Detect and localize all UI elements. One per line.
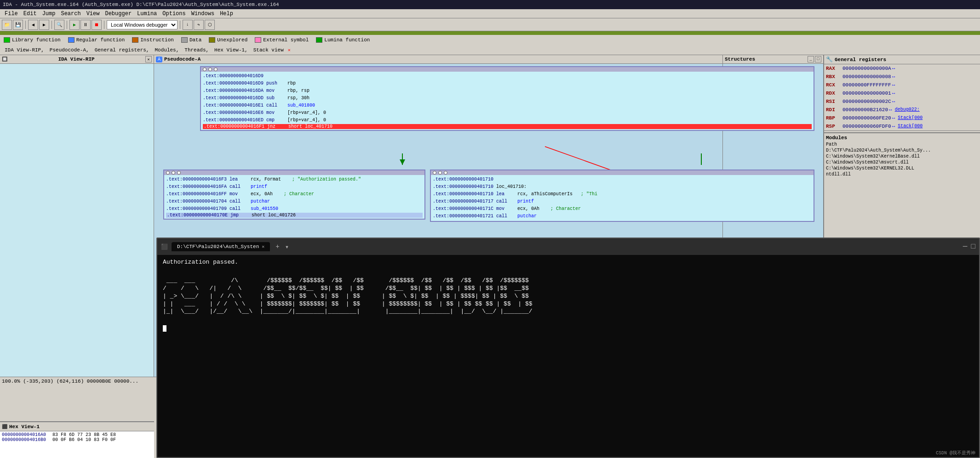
rb-line-2: .text:0000000000401710 loc_401710: [433, 183, 812, 191]
legend-unexplored-label: Unexplored [217, 37, 247, 43]
menu-debugger[interactable]: Debugger [102, 11, 134, 17]
reg-rsi: RSI 000000000000002C ↔ [824, 97, 980, 106]
legend-library: Library function [4, 37, 61, 43]
menu-search[interactable]: Search [58, 11, 83, 17]
tab-pseudocode-a[interactable]: Pseudocode-A, [47, 47, 92, 53]
structures-maximize[interactable]: □ [815, 56, 821, 62]
module-entry-3: C:\Windows\System32\msvcrt.dll [826, 159, 978, 165]
lb-dot1 [166, 171, 170, 175]
terminal-minimize-btn[interactable]: ─ [963, 243, 968, 251]
tab-general-registers[interactable]: General registers, [92, 47, 152, 53]
left-panel-header: 🔲 IDA View-RIP ✕ [0, 55, 154, 64]
left-panel-icon: 🔲 [2, 57, 7, 62]
terminal-content: Authorization passed. ___ ___ /\ /$$$$$$… [157, 255, 979, 449]
legend-unexplored: Unexplored [209, 37, 247, 43]
left-panel-close[interactable]: ✕ [145, 56, 152, 62]
tab-threads[interactable]: Threads, [182, 47, 212, 53]
legend-regular-color [68, 37, 75, 43]
code-line-1: .text:00000000004016D9 [203, 73, 812, 80]
module-entry-5: ntdll.dll [826, 171, 978, 177]
reg-rcx: RCX 00000000FFFFFFFF ↔ [824, 81, 980, 89]
rb-dot1 [433, 171, 436, 175]
menu-jump[interactable]: Jump [40, 11, 58, 17]
legend-data: Data [181, 37, 201, 43]
pseudocode-title: Pseudocode-A [164, 57, 201, 62]
tab-close-btn[interactable]: ✕ [288, 47, 291, 53]
legend-library-color [4, 37, 10, 43]
terminal-tab[interactable]: D:\CTF\Palu2024\Auth_Systen ✕ [172, 242, 270, 251]
legend-regular-label: Regular function [76, 37, 125, 43]
menu-windows[interactable]: Windows [189, 11, 217, 17]
toolbar-search[interactable]: 🔍 [54, 20, 64, 30]
menu-options[interactable]: Options [160, 11, 188, 17]
reg-rdi: RDI 000000000B21620 ↔ debug022: [824, 106, 980, 114]
toolbar-pause[interactable]: ⏸ [80, 20, 91, 30]
lb-line-5: .text:0000000000401709 call sub_401550 [166, 205, 423, 213]
menu-file[interactable]: File [2, 11, 21, 17]
legend-lumina-color [316, 37, 322, 43]
status-text: 100.0% (-335,203) (624,116) 00000B0E 000… [2, 379, 138, 384]
right-branch-block: .text:0000000000401710 .text:00000000004… [430, 170, 814, 222]
reg-rbx: RBX 0000000000000008 ↔ [824, 73, 980, 81]
terminal-window-controls: ─ □ [963, 243, 975, 251]
reg-rax: RAX 000000000000000A ↔ [824, 64, 980, 73]
toolbar-breakpoints[interactable]: ⬡ [205, 20, 215, 30]
toolbar-stop[interactable]: ⏹ [92, 20, 102, 30]
toolbar-step-into[interactable]: ↓ [183, 20, 193, 30]
top-code-block: .text:00000000004016D9 .text:00000000004… [200, 66, 814, 131]
rdi-link[interactable]: debug022: [895, 106, 920, 113]
legend-external-color [255, 37, 261, 43]
hex-row-1: 00000000004016A0 83 F8 6D 77 23 8B 45 E8 [2, 432, 152, 437]
graph-label: A [156, 57, 162, 62]
terminal-tab-title: D:\CTF\Palu2024\Auth_Systen [177, 244, 259, 249]
terminal-message: Authorization passed. [163, 259, 974, 266]
rbp-link[interactable]: Stack[000 [898, 114, 923, 122]
modules-path-label: Path [826, 141, 978, 147]
toolbar-sep2 [52, 21, 52, 29]
menu-bar: File Edit Jump Search View Debugger Lumi… [0, 9, 980, 18]
lb-dot2 [172, 171, 175, 175]
toolbar-forward[interactable]: ▶ [39, 20, 49, 30]
legend-data-label: Data [189, 37, 201, 43]
legend-data-color [181, 37, 188, 43]
debugger-dropdown[interactable]: Local Windows debugger [107, 20, 178, 29]
toolbar: 📁 💾 ◀ ▶ 🔍 ▶ ⏸ ⏹ Local Windows debugger ↓… [0, 18, 980, 31]
code-line-5: .text:00000000004016E1 call sub_401800 [203, 102, 812, 109]
menu-help[interactable]: Help [217, 11, 236, 17]
toolbar-sep3 [67, 21, 67, 29]
toolbar-sep1 [25, 21, 26, 29]
terminal-tab-close[interactable]: ✕ [262, 244, 264, 249]
hex-view-header: ⬛ Hex View-1 [0, 422, 154, 431]
left-branch-block: .text:00000000004016F3 lea rcx, Format ;… [163, 170, 425, 220]
tab-stack-view[interactable]: Stack view [251, 47, 287, 53]
lb-line-3: .text:00000000004016FF mov ecx, 0Ah ; Ch… [166, 191, 423, 198]
terminal-cursor [163, 325, 166, 332]
rsp-link[interactable]: Stack[000 [898, 123, 923, 130]
toolbar-open[interactable]: 📁 [2, 20, 12, 30]
menu-edit[interactable]: Edit [21, 11, 40, 17]
toolbar-step-over[interactable]: ↷ [194, 20, 204, 30]
legend-external-label: External symbol [263, 37, 309, 43]
terminal-add-btn[interactable]: + [275, 243, 279, 250]
toolbar-back[interactable]: ◀ [28, 20, 38, 30]
legend-instruction: Instruction [132, 37, 174, 43]
structures-minimize[interactable]: _ [808, 56, 814, 62]
right-panel-title: General registers [835, 57, 886, 62]
tab-ida-view-rip[interactable]: IDA View-RIP, [2, 47, 47, 53]
tab-hex-view[interactable]: Hex View-1, [212, 47, 251, 53]
rb-line-5: .text:000000000040171C mov ecx, 0Ah ; Ch… [433, 205, 812, 213]
toolbar-run[interactable]: ▶ [69, 20, 80, 30]
lb-line-2: .text:00000000004016FA call printf [166, 183, 423, 191]
tab-modules[interactable]: Modules, [152, 47, 182, 53]
code-line-2: .text:00000000004016D9 push rbp [203, 80, 812, 87]
rb-dot3 [444, 171, 447, 175]
terminal-maximize-btn[interactable]: □ [971, 243, 975, 251]
toolbar-save[interactable]: 💾 [13, 20, 23, 30]
code-line-4: .text:00000000004016DD sub rsp, 30h [203, 95, 812, 102]
hex-view-content: 00000000004016A0 83 F8 6D 77 23 8B 45 E8… [0, 431, 154, 443]
hex-row-2: 00000000004016B0 00 0F B6 04 10 83 F0 0F [2, 437, 152, 442]
legend-lumina-label: Lumina function [324, 37, 370, 43]
menu-lumina[interactable]: Lumina [134, 11, 160, 17]
menu-view[interactable]: View [84, 11, 103, 17]
terminal-dropdown-btn[interactable]: ▾ [285, 243, 289, 251]
